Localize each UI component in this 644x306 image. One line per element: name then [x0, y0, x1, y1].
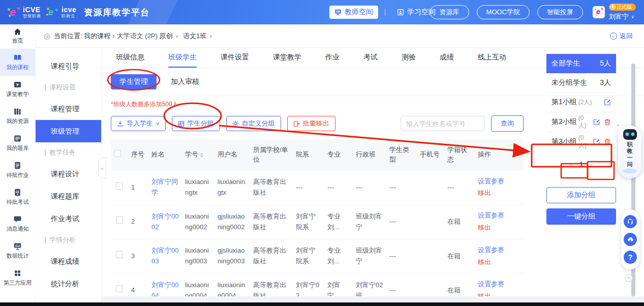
row-checkbox[interactable] — [116, 182, 123, 190]
submenu-item[interactable]: 课程设计 — [36, 163, 101, 185]
page-prev-button[interactable]: ‹ — [570, 161, 572, 168]
group-row[interactable]: 第1小组 (2人) — [546, 93, 616, 112]
rail-item-home[interactable]: 首页 — [0, 24, 35, 48]
user-box[interactable]: e 正式版 刘宵宁 ∨ — [593, 4, 636, 21]
submenu-item[interactable]: 作业考试 — [36, 207, 101, 230]
custom-grouping-button[interactable]: 自定义分组 — [226, 116, 281, 131]
submenu-item[interactable]: 课程题库 — [36, 185, 101, 207]
rail-item[interactable]: 第三方应用 — [0, 264, 35, 291]
user-menu[interactable]: 刘宵宁 ∨ — [609, 12, 634, 21]
breadcrumb-root[interactable]: 我的课程 — [84, 32, 110, 41]
sort-control[interactable] — [200, 152, 203, 158]
tab[interactable]: 成绩 — [440, 48, 454, 68]
row-checkbox[interactable] — [116, 217, 123, 224]
edit-group-icon[interactable] — [593, 138, 600, 145]
tab[interactable]: 线上互动 — [478, 48, 506, 68]
subtab[interactable]: 学生管理 — [111, 74, 157, 89]
nav-teacher-space[interactable]: 教师空间 — [329, 6, 378, 19]
tab[interactable]: 作业 — [325, 48, 340, 68]
set-contest-link[interactable]: 设置参赛 — [478, 176, 520, 187]
submenu-item[interactable]: 班级管理 — [36, 120, 101, 142]
remove-student-link[interactable]: 移出 — [478, 223, 520, 233]
help-button[interactable]: ? — [624, 251, 637, 264]
quick-link[interactable]: MOOC学院 — [477, 5, 530, 19]
assistant-widget[interactable]: ✦ 职教一问 — [618, 126, 641, 178]
tab[interactable]: 测验 — [402, 48, 416, 68]
user-name-text: 刘宵宁 — [609, 12, 629, 21]
tab[interactable]: 课件设置 — [221, 48, 249, 68]
set-contest-link[interactable]: 设置参赛 — [478, 210, 520, 221]
group-row[interactable]: 第2小组 (0人) — [546, 112, 616, 132]
back-button[interactable]: ← 返回 — [610, 32, 633, 41]
set-contest-link[interactable]: 设置参赛 — [478, 279, 520, 290]
one-click-group-button[interactable]: 一键分组 — [546, 208, 616, 225]
page-next-button[interactable]: › — [591, 161, 593, 168]
remove-student-link[interactable]: 移出 — [478, 257, 520, 268]
tab[interactable]: 课堂教学 — [273, 48, 301, 68]
customer-service-button[interactable] — [624, 215, 637, 228]
breadcrumb-course-select[interactable]: 大学语文 (2P) 原创 — [117, 32, 173, 41]
student-name-link[interactable]: 刘宵宁0004 — [151, 281, 178, 296]
submenu-item[interactable]: 统计分析 — [36, 272, 101, 295]
row-checkbox[interactable] — [116, 285, 123, 292]
delete-group-icon[interactable] — [604, 138, 611, 145]
search-query-button[interactable]: 查询 — [491, 115, 524, 132]
student-grouping-button[interactable]: 学生分组 — [172, 116, 220, 131]
tab[interactable]: 考试 — [363, 48, 378, 68]
cloud-icon — [623, 169, 637, 173]
tab[interactable]: 班级学生 — [168, 48, 197, 68]
download-button[interactable] — [624, 233, 637, 246]
batch-remove-button[interactable]: 批量移出 — [287, 116, 335, 131]
remove-student-link[interactable]: 移出 — [478, 291, 520, 296]
student-search-input[interactable] — [401, 116, 485, 131]
add-group-button[interactable]: 添加分组 — [546, 187, 616, 203]
icve-mini-app-icon[interactable]: e — [593, 6, 605, 18]
chevron-down-icon: ∨ — [156, 121, 160, 126]
book-icon — [13, 53, 22, 62]
remove-student-link[interactable]: 移出 — [478, 188, 520, 199]
brand-area: e iCVE 智慧职教 e icve 职教云 资源库教学平台 — [0, 6, 150, 19]
subtab[interactable]: 加入审核 — [169, 74, 201, 89]
rail-item[interactable]: 待批考试 — [0, 183, 35, 210]
rail-item[interactable]: 消息通知 — [0, 210, 35, 237]
group-pagination: ‹ 1 › — [546, 160, 616, 168]
rail-item[interactable]: 数据统计 — [0, 237, 35, 264]
course-submenu: 课程引导课程设置课程管理班级管理教学任务课程设计课程题库作业考试学情分析课程成绩… — [36, 48, 102, 302]
select-all-checkbox[interactable] — [114, 150, 121, 157]
submenu-item[interactable]: 课程成绩 — [36, 250, 101, 272]
rail-item[interactable]: 我的资源 — [0, 103, 35, 130]
close-widgets-button[interactable]: × — [625, 274, 633, 282]
rail-item[interactable]: 课堂教学 — [0, 76, 35, 103]
sidebar-collapse-handle[interactable]: « — [98, 158, 106, 179]
set-contest-link[interactable]: 设置参赛 — [478, 245, 520, 256]
row-checkbox[interactable] — [116, 251, 123, 258]
submenu-item[interactable]: 课程引导 — [36, 55, 101, 77]
column-header: 专业 — [324, 139, 353, 171]
edit-group-icon[interactable] — [593, 118, 600, 126]
table-row: 2 刘宵宁0002 liuxiaoning0002 gjsliuxiaoning… — [111, 205, 524, 239]
submenu-item[interactable]: 课程管理 — [36, 98, 101, 120]
chevron-down-icon: ∨ — [175, 34, 178, 39]
student-name-link[interactable]: 刘宵宁0002 — [151, 212, 178, 231]
doc-icon — [13, 161, 22, 170]
column-header: 手机号 — [417, 139, 444, 171]
student-table: 序号姓名学号用户名所属学校/单位院系专业行政班学生类型手机号学籍状态操作 1 刘… — [111, 139, 524, 296]
breadcrumb-class-select[interactable]: 语文1班 — [183, 32, 206, 41]
group-ungrouped-students[interactable]: 未分组学生 3人 — [546, 73, 616, 93]
student-name-link[interactable]: 刘宵宁同学 — [151, 178, 178, 196]
import-students-button[interactable]: 导入学生 ∨ — [111, 116, 166, 131]
rail-item[interactable]: 待批作业 — [0, 157, 35, 183]
tab[interactable]: 班级信息 — [116, 48, 144, 68]
quick-link[interactable]: 智能投屏 — [537, 5, 583, 19]
group-all-students[interactable]: 全部学生 5人 — [546, 54, 616, 73]
rail-item-label: 课堂教学 — [7, 90, 29, 98]
rail-item[interactable]: 我的课程 — [0, 49, 35, 76]
quick-link[interactable]: 资源库 — [430, 5, 469, 19]
page-number[interactable]: 1 — [579, 160, 583, 168]
delete-group-icon[interactable] — [604, 118, 611, 126]
student-name-link[interactable]: 刘宵宁0003 — [151, 247, 178, 265]
apps-icon — [13, 269, 22, 278]
rail-item[interactable]: 我的题库 — [0, 130, 35, 157]
group-row[interactable]: 第3小组 (0人) — [546, 132, 616, 152]
edit-group-icon[interactable] — [604, 99, 611, 106]
